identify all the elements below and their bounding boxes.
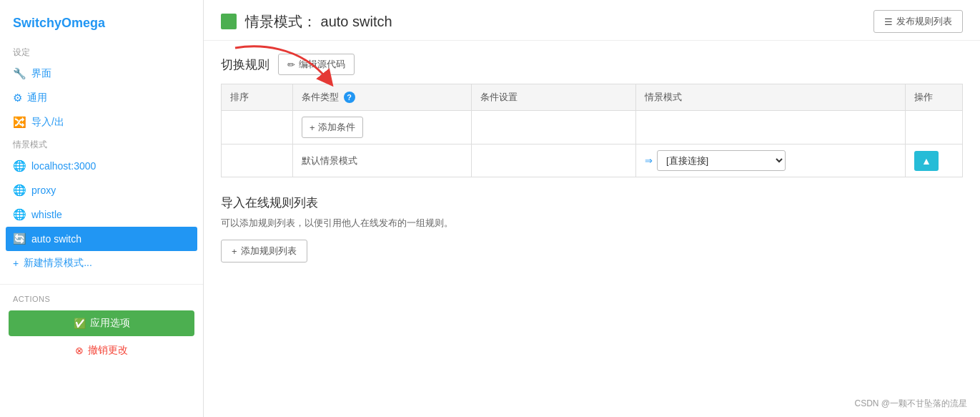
header: 情景模式： auto switch ☰ 发布规则列表 — [204, 0, 980, 41]
header-left: 情景模式： auto switch — [221, 12, 392, 31]
header-title: 情景模式： auto switch — [245, 12, 392, 31]
sidebar-item-ui-label: 界面 — [31, 67, 51, 80]
header-title-prefix: 情景模式： — [245, 14, 317, 29]
add-condition-label: 添加条件 — [318, 121, 355, 134]
direct-connect-icon: ⇒ — [645, 155, 653, 166]
sidebar-item-auto-switch[interactable]: 🔄 auto switch — [6, 227, 197, 251]
switch-rules-title-text: 切换规则 — [221, 57, 269, 73]
add-condition-button[interactable]: + 添加条件 — [302, 117, 363, 138]
sidebar-item-localhost[interactable]: 🌐 localhost:3000 — [0, 154, 203, 178]
import-desc: 可以添加规则列表，以便引用他人在线发布的一组规则。 — [221, 217, 963, 230]
sidebar-item-import-export-label: 导入/出 — [31, 116, 64, 129]
condition-settings-cell — [472, 111, 636, 144]
sidebar-item-auto-switch-label: auto switch — [31, 233, 81, 245]
header-title-name: auto switch — [321, 14, 392, 29]
col-profile-header: 情景模式 — [636, 84, 906, 111]
plus-icon: + — [232, 246, 237, 257]
plus-icon: + — [13, 257, 19, 269]
sidebar-item-proxy[interactable]: 🌐 proxy — [0, 178, 203, 202]
new-profile-label: 新建情景模式... — [24, 257, 92, 270]
sidebar-item-import-export[interactable]: 🔀 导入/出 — [0, 110, 203, 134]
plus-icon: + — [310, 122, 315, 133]
profile-cell — [636, 111, 906, 144]
default-label: 默认情景模式 — [302, 155, 357, 166]
profiles-section-label: 情景模式 — [0, 134, 203, 154]
order-cell — [222, 111, 293, 144]
rules-table: 排序 条件类型 ? 条件设置 情景模式 操作 — [221, 84, 963, 177]
order-cell-default — [222, 144, 293, 177]
actions-section: ACTIONS ✅ 应用选项 ⊗ 撤销更改 — [0, 284, 203, 365]
auto-switch-icon: 🔄 — [13, 232, 26, 245]
wrench-icon: 🔧 — [13, 67, 26, 80]
profile-select[interactable]: [直接连接] — [657, 150, 786, 171]
globe-orange-icon: 🌐 — [13, 160, 26, 172]
main-content: 情景模式： auto switch ☰ 发布规则列表 切换规则 ✏ 编辑源代码 — [204, 0, 980, 417]
sidebar: SwitchyOmega 设定 🔧 界面 ⚙ 通用 🔀 导入/出 情景模式 🌐 … — [0, 0, 204, 417]
apply-button[interactable]: ✅ 应用选项 — [9, 310, 194, 336]
sidebar-item-whistle-label: whistle — [31, 209, 62, 220]
add-rule-list-label: 添加规则列表 — [241, 245, 297, 257]
cancel-label: 撤销更改 — [88, 344, 128, 357]
condition-type-info-icon[interactable]: ? — [344, 92, 355, 103]
cancel-icon: ⊗ — [75, 345, 84, 356]
sidebar-item-general-label: 通用 — [27, 92, 47, 104]
actions-label: ACTIONS — [0, 292, 203, 308]
brand-logo[interactable]: SwitchyOmega — [0, 7, 203, 42]
col-actions-header: 操作 — [906, 84, 963, 111]
profile-color-box — [221, 14, 237, 29]
import-export-icon: 🔀 — [13, 116, 26, 129]
apply-icon: ✅ — [74, 318, 86, 329]
apply-label: 应用选项 — [90, 317, 130, 330]
settings-section-label: 设定 — [0, 42, 203, 62]
edit-source-button[interactable]: ✏ 编辑源代码 — [278, 54, 355, 75]
up-button[interactable]: ▲ — [914, 151, 939, 171]
footer-credit: CSDN @一颗不甘坠落的流星 — [854, 398, 967, 410]
actions-default: ▲ — [906, 144, 963, 177]
sidebar-item-proxy-label: proxy — [31, 185, 56, 196]
list-icon: ☰ — [884, 16, 893, 27]
col-condition-type-header: 条件类型 ? — [293, 84, 472, 111]
publish-rules-label: 发布规则列表 — [896, 15, 952, 28]
sidebar-item-general[interactable]: ⚙ 通用 — [0, 86, 203, 110]
globe-blue-icon: 🌐 — [13, 184, 26, 197]
import-section: 导入在线规则列表 可以添加规则列表，以便引用他人在线发布的一组规则。 + 添加规… — [221, 195, 963, 263]
condition-type-default: 默认情景模式 — [293, 144, 472, 177]
sidebar-item-ui[interactable]: 🔧 界面 — [0, 62, 203, 86]
publish-rules-button[interactable]: ☰ 发布规则列表 — [873, 10, 963, 33]
profile-select-wrapper: ⇒ [直接连接] — [645, 150, 896, 171]
actions-cell — [906, 111, 963, 144]
cancel-button[interactable]: ⊗ 撤销更改 — [9, 339, 194, 362]
sidebar-item-whistle[interactable]: 🌐 whistle — [0, 202, 203, 227]
gear-icon: ⚙ — [13, 92, 22, 104]
table-row: + 添加条件 — [222, 111, 963, 144]
new-profile-button[interactable]: + 新建情景模式... — [0, 251, 203, 275]
import-title: 导入在线规则列表 — [221, 195, 963, 211]
profile-default: ⇒ [直接连接] — [636, 144, 906, 177]
condition-settings-default — [472, 144, 636, 177]
page-content: 切换规则 ✏ 编辑源代码 排序 — [204, 41, 980, 275]
condition-type-cell: + 添加条件 — [293, 111, 472, 144]
table-row-default: 默认情景模式 ⇒ [直接连接] ▲ — [222, 144, 963, 177]
edit-source-label: 编辑源代码 — [299, 58, 345, 71]
edit-icon: ✏ — [287, 59, 295, 70]
col-order-header: 排序 — [222, 84, 293, 111]
rules-table-container: 排序 条件类型 ? 条件设置 情景模式 操作 — [221, 84, 963, 177]
switch-rules-title: 切换规则 ✏ 编辑源代码 — [221, 54, 963, 75]
globe-yellow-icon: 🌐 — [13, 208, 26, 221]
col-condition-settings-header: 条件设置 — [472, 84, 636, 111]
add-rule-list-button[interactable]: + 添加规则列表 — [221, 240, 307, 263]
sidebar-item-localhost-label: localhost:3000 — [31, 160, 96, 172]
